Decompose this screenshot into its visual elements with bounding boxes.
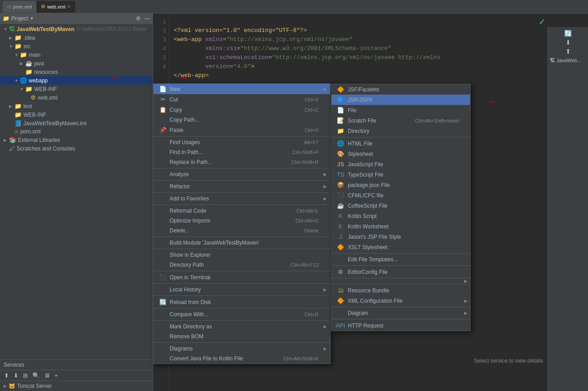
ctx-delete[interactable]: Delete... Delete [153, 226, 330, 236]
sub-kotlin-ws[interactable]: K Kotlin Worksheet [332, 221, 470, 232]
tree-extlibs[interactable]: ▶ 📚 External Libraries [0, 136, 153, 144]
sub-css[interactable]: 🎨 Stylesheet [332, 149, 470, 159]
ctx-refactor[interactable]: Refactor [153, 182, 330, 191]
ctx-analyze[interactable]: Analyze [153, 169, 330, 179]
ctx-new[interactable]: 📄 New [153, 84, 330, 94]
sub-edit-templates[interactable]: Edit File Templates... [332, 255, 470, 264]
sub-http-request-label: HTTP Request [348, 323, 383, 329]
sub-xslt[interactable]: 🔶 XSLT Stylesheet [332, 242, 470, 252]
root-path: S:\Soft\IntelliJ IDEA 2019.2.3\Ideaf [77, 27, 146, 32]
tree-webapp[interactable]: ▼ 🌐 webapp [0, 76, 153, 85]
tree-resources[interactable]: 📁 resources [0, 68, 153, 76]
tree-test[interactable]: ▶ 📁 test [0, 102, 153, 110]
tree-iml[interactable]: 📘 JavaWebTestByMaven.iml [0, 119, 153, 127]
sub-jsf[interactable]: 🔶 JSF/Facelets [332, 84, 470, 95]
tree-pom[interactable]: m pom.xml [0, 127, 153, 136]
sub-jsf-icon: 🔶 [336, 86, 345, 93]
sub-xml-config[interactable]: 🔶 XML Configuration File [332, 296, 470, 306]
maven-download-btn[interactable]: ⬇ [566, 39, 571, 46]
tab-web[interactable]: ⚙ web.xml ✕ [36, 1, 75, 13]
ctx-find-path[interactable]: Find in Path... Ctrl+Shift+F [153, 147, 330, 157]
sub-kotlin-script[interactable]: K Kotlin Script [332, 211, 470, 221]
webxml-label: web.xml [38, 95, 58, 101]
context-menu[interactable]: 📄 New ✂ Cut Ctrl+X 📋 Copy Ctrl+C Copy Pa… [153, 83, 331, 364]
sub-pkg-json[interactable]: 📦 package.json File [332, 180, 470, 190]
webinf-sub-icon: 📁 [25, 86, 32, 92]
ctx-local-history[interactable]: Local History [153, 285, 330, 295]
web-icon: ⚙ [41, 4, 45, 9]
tree-root[interactable]: ▼ 🏗 JavaWebTestByMaven S:\Soft\IntelliJ … [0, 25, 153, 33]
webxml-icon: ⚙ [31, 94, 36, 101]
tree-idea[interactable]: ▶ 📁 .idea [0, 33, 153, 42]
ctx-find-usages[interactable]: Find Usages Alt+F7 [153, 137, 330, 147]
services-item-tomcat[interactable]: ▶ 🐱 Tomcat Server [4, 383, 149, 389]
sub-scratch[interactable]: 📝 Scratch File Ctrl+Alt+Shift+Insert [332, 115, 470, 126]
ctx-diagrams[interactable]: Diagrams [153, 344, 330, 354]
services-btn-filter[interactable]: 🔍 [31, 372, 41, 379]
sub-cfml[interactable]: ⬛ CFML/CFC file [332, 190, 470, 200]
sub-kotlin-ws-icon: K [336, 223, 345, 230]
ctx-diagrams-label: Diagrams [170, 346, 193, 352]
sub-ts[interactable]: TS TypeScript File [332, 169, 470, 180]
tree-main[interactable]: ▼ 📁 main [0, 50, 153, 59]
sub-coffeescript[interactable]: ☕ CoffeeScript File [332, 200, 470, 211]
collapse-icon[interactable]: — [144, 15, 150, 22]
tree-scratches[interactable]: 🖊 Scratches and Consoles [0, 144, 153, 153]
settings-icon[interactable]: ⚙ [136, 15, 141, 22]
ctx-convert-kotlin[interactable]: Convert Java File to Kotlin File Ctrl+Al… [153, 354, 330, 364]
sub-html[interactable]: 🌐 HTML File [332, 138, 470, 149]
services-btn-add[interactable]: + [53, 372, 59, 379]
sub-resource-bundle[interactable]: 🗂 Resource Bundle [332, 285, 470, 296]
maven-refresh-btn[interactable]: 🔄 [564, 30, 572, 37]
tree-webinf-sub[interactable]: ▼ 📁 WEB-INF [0, 85, 153, 93]
ctx-reformat-label: Reformat Code [170, 208, 206, 214]
scratches-label: Scratches and Consoles [17, 145, 75, 152]
ctx-reformat[interactable]: Reformat Code Ctrl+Alt+L [153, 206, 330, 216]
ctx-copy-path[interactable]: Copy Path... [153, 115, 330, 125]
ctx-add-favorites[interactable]: Add to Favorites [153, 194, 330, 204]
tree-webinf[interactable]: 📁 WEB-INF [0, 110, 153, 119]
maven-tree-item[interactable]: 🏗 JavaWeb... [548, 57, 588, 64]
sub-diagram-label: Diagram [348, 310, 368, 316]
ctx-dir-path[interactable]: Directory Path Ctrl+Alt+F12 [153, 260, 330, 270]
line-3: 3 [156, 35, 166, 44]
sub-swing-ui[interactable] [332, 279, 470, 283]
ctx-cut[interactable]: ✂ Cut Ctrl+X [153, 94, 330, 105]
tree-src[interactable]: ▼ 📁 src [0, 42, 153, 50]
ctx-compare[interactable]: Compare With... Ctrl+D [153, 309, 330, 319]
sub-diagram[interactable]: Diagram [332, 308, 470, 318]
ctx-optimize[interactable]: Optimize Imports Ctrl+Alt+O [153, 216, 330, 226]
tree-java[interactable]: ▶ ☕ java [0, 59, 153, 68]
ctx-build-module[interactable]: Build Module 'JavaWebTestByMaven' [153, 238, 330, 248]
sub-directory[interactable]: 📁 Directory [332, 126, 470, 136]
project-header[interactable]: 📁 Project ▼ ⚙ — [0, 14, 153, 24]
services-btn-collapse-all[interactable]: ⬆ [3, 372, 10, 379]
sub-js[interactable]: JS JavaScript File [332, 159, 470, 169]
project-dropdown-icon[interactable]: ▼ [30, 16, 34, 21]
sub-directory-icon: 📁 [336, 127, 345, 134]
services-header: Services [0, 360, 153, 370]
tab-pom[interactable]: m pom.xml [3, 1, 36, 13]
ctx-show-explorer[interactable]: Show in Explorer [153, 250, 330, 260]
services-btn-expand[interactable]: ⬇ [12, 372, 20, 379]
ctx-open-terminal[interactable]: ⬛ Open in Terminal [153, 272, 330, 282]
sub-jason-jsp[interactable]: J Jason's JSP File Style [332, 232, 470, 242]
sub-file[interactable]: 📄 File [332, 105, 470, 115]
ctx-replace-path-label: Replace in Path... [170, 159, 212, 165]
ctx-replace-path[interactable]: Replace in Path... Ctrl+Shift+R [153, 157, 330, 167]
sub-editorconfig[interactable]: ⚙ EditorConfig File [332, 267, 470, 277]
ctx-paste[interactable]: 📌 Paste Ctrl+V [153, 125, 330, 135]
tree-webxml[interactable]: ⚙ web.xml [0, 93, 153, 102]
maven-upload-btn[interactable]: ⬆ [566, 48, 571, 55]
ctx-copy[interactable]: 📋 Copy Ctrl+C [153, 105, 330, 115]
tab-close-icon[interactable]: ✕ [67, 4, 71, 9]
ctx-remove-bom[interactable]: Remove BOM [153, 332, 330, 341]
ctx-reload[interactable]: 🔄 Reload from Disk [153, 297, 330, 307]
sub-http-request[interactable]: API HTTP Request [332, 320, 470, 331]
ctx-mark-dir[interactable]: Mark Directory as [153, 322, 330, 332]
new-submenu[interactable]: ← 🔶 JSF/Facelets 🔷 JSP/JSPX 📄 File [331, 84, 471, 331]
services-btn-config[interactable]: 🖥 [43, 372, 51, 379]
services-btn-group[interactable]: ⊞ [22, 372, 29, 379]
sub-js-icon: JS [336, 161, 345, 168]
sub-jsp[interactable]: 🔷 JSP/JSPX [332, 95, 470, 105]
